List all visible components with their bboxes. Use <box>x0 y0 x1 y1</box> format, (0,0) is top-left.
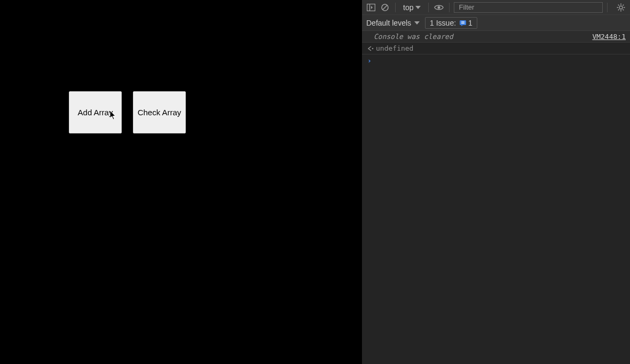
svg-line-10 <box>623 9 624 10</box>
clear-console-button[interactable] <box>379 2 391 13</box>
console-prompt-input[interactable] <box>377 57 626 65</box>
console-toolbar-primary: top <box>362 0 630 15</box>
issue-icon <box>459 20 467 26</box>
issues-button[interactable]: 1 Issue: 1 <box>425 17 477 29</box>
gear-icon <box>617 3 625 12</box>
devtools-console-panel: top <box>362 0 630 364</box>
levels-label: Default levels <box>366 19 411 27</box>
svg-line-3 <box>383 5 387 10</box>
console-message-cleared: Console was cleared VM2448:1 <box>362 31 630 43</box>
check-array-button[interactable]: Check Array <box>133 91 186 133</box>
console-settings-button[interactable] <box>615 2 627 13</box>
console-toolbar-secondary: Default levels 1 Issue: 1 <box>362 15 630 31</box>
toolbar-divider <box>607 3 608 12</box>
clear-icon <box>381 3 389 12</box>
toggle-console-sidebar-button[interactable] <box>365 2 377 13</box>
issues-count: 1 <box>468 19 472 27</box>
svg-point-4 <box>438 6 440 9</box>
message-text: Console was cleared <box>367 33 453 41</box>
return-arrow-icon <box>367 46 375 51</box>
console-filter-input[interactable] <box>454 2 603 13</box>
eye-icon <box>434 4 444 11</box>
toolbar-divider <box>428 3 429 12</box>
toolbar-divider <box>395 3 396 12</box>
message-source-link[interactable]: VM2448:1 <box>592 33 626 41</box>
svg-point-16 <box>372 48 374 49</box>
toolbar-divider <box>449 3 450 12</box>
svg-line-9 <box>618 4 619 5</box>
console-message-return: undefined <box>362 43 630 54</box>
console-prompt-row: › <box>362 54 630 67</box>
console-message-list: Console was cleared VM2448:1 undefined › <box>362 31 630 364</box>
chevron-down-icon <box>414 21 420 25</box>
execution-context-selector[interactable]: top <box>400 2 424 13</box>
add-array-button[interactable]: Add Array <box>69 91 122 133</box>
prompt-chevron-icon: › <box>367 57 375 65</box>
chevron-down-icon <box>415 6 421 9</box>
svg-rect-13 <box>460 20 466 25</box>
sidebar-toggle-icon <box>367 4 375 11</box>
web-page-viewport: Add Array Check Array <box>0 0 362 364</box>
svg-line-11 <box>618 9 619 10</box>
live-expression-button[interactable] <box>433 2 445 13</box>
svg-line-12 <box>623 4 624 5</box>
issues-label: 1 Issue: <box>430 19 456 27</box>
context-label: top <box>403 3 413 12</box>
log-levels-selector[interactable]: Default levels <box>366 19 420 27</box>
return-value-text: undefined <box>376 44 413 52</box>
